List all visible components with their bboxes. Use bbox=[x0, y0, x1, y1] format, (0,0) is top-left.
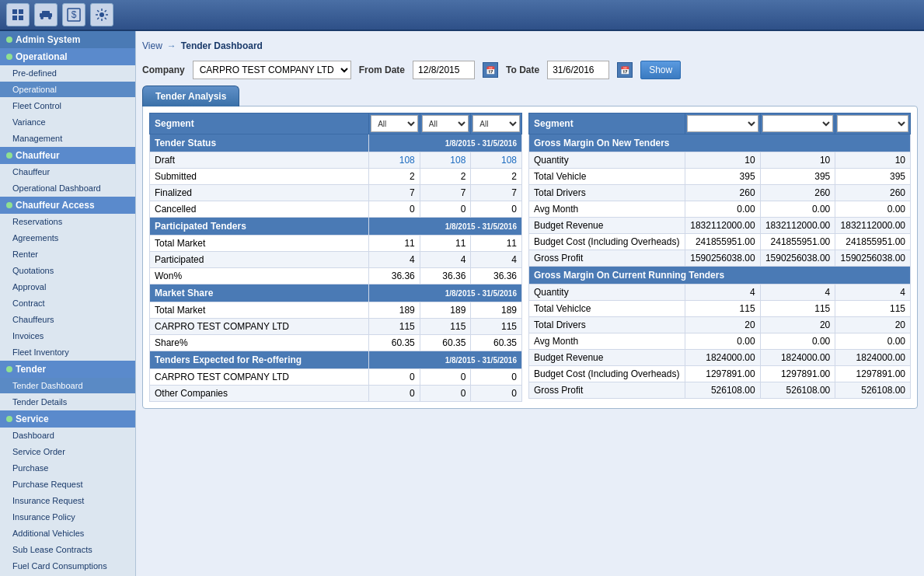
table-row: Quantity444 bbox=[529, 285, 911, 301]
tender-status-label: Tender Status bbox=[150, 134, 369, 152]
table-row: Quantity101010 bbox=[529, 152, 911, 169]
sidebar-item-quotations[interactable]: Quotations bbox=[0, 263, 135, 279]
seg-dropdown-1[interactable]: All bbox=[369, 113, 420, 134]
market-share-label: Market Share bbox=[150, 285, 369, 302]
market-share-header-row: Market Share 1/8/2015 - 31/5/2016 bbox=[150, 285, 522, 302]
sidebar-item-management[interactable]: Management bbox=[0, 131, 135, 147]
company-label: Company bbox=[142, 65, 185, 75]
sidebar-item-chauffeurs[interactable]: Chauffeurs bbox=[0, 312, 135, 328]
tender-status-header-row: Tender Status 1/8/2015 - 31/5/2016 bbox=[150, 134, 522, 152]
to-date-calendar-icon[interactable]: 📅 bbox=[617, 62, 633, 78]
sidebar-item-invoices[interactable]: Invoices bbox=[0, 328, 135, 344]
gross-margin-new-header: Gross Margin On New Tenders bbox=[529, 134, 911, 152]
to-date-label: To Date bbox=[506, 65, 539, 75]
table-row: Total Market189189189 bbox=[150, 302, 522, 319]
tab-bar: Tender Analysis bbox=[142, 86, 918, 106]
sidebar-item-contract[interactable]: Contract bbox=[0, 295, 135, 312]
home-icon[interactable] bbox=[6, 3, 30, 26]
sidebar-item-purchase-request[interactable]: Purchase Request bbox=[0, 477, 135, 493]
reoffering-label: Tenders Expected for Re-offering bbox=[150, 351, 369, 369]
top-bar: $ bbox=[0, 0, 924, 31]
breadcrumb-arrow: → bbox=[167, 40, 176, 51]
draft-v3: 108 bbox=[471, 152, 522, 169]
sidebar-item-operational-dashboard[interactable]: Operational Dashboard bbox=[0, 180, 135, 197]
seg-dropdown-3[interactable]: All bbox=[471, 113, 522, 134]
sidebar-item-predefined[interactable]: Pre-defined bbox=[0, 65, 135, 82]
main-panel: Segment All All All bbox=[142, 106, 918, 409]
left-table: Segment All All All bbox=[149, 113, 522, 402]
svg-rect-1 bbox=[19, 9, 23, 14]
sidebar-item-approval[interactable]: Approval bbox=[0, 279, 135, 295]
sidebar-item-tender-details[interactable]: Tender Details bbox=[0, 394, 135, 410]
table-row: Total Vehicle395395395 bbox=[529, 169, 911, 185]
right-table-container: Segment bbox=[528, 113, 911, 402]
left-table-container: Segment All All All bbox=[149, 113, 522, 402]
table-row: Avg Month0.000.000.00 bbox=[529, 333, 911, 350]
operational-section-header: Operational bbox=[0, 48, 135, 65]
breadcrumb-view: View bbox=[142, 40, 162, 51]
right-table: Segment bbox=[528, 113, 911, 399]
table-row: Budget Revenue1824000.001824000.00182400… bbox=[529, 350, 911, 366]
reoffering-header-row: Tenders Expected for Re-offering 1/8/201… bbox=[150, 351, 522, 369]
company-select[interactable]: CARPRO TEST COMPANY LTD bbox=[193, 61, 351, 79]
breadcrumb: View → Tender Dashboard bbox=[142, 37, 918, 58]
sidebar-item-variance[interactable]: Variance bbox=[0, 114, 135, 131]
table-row: Participated444 bbox=[150, 252, 522, 268]
sidebar-item-purchase[interactable]: Purchase bbox=[0, 460, 135, 477]
right-seg-dropdown-3[interactable] bbox=[835, 113, 911, 134]
sidebar-item-sub-lease-contracts[interactable]: Sub Lease Contracts bbox=[0, 542, 135, 558]
svg-rect-2 bbox=[12, 16, 17, 20]
finance-icon[interactable]: $ bbox=[62, 3, 85, 26]
svg-point-10 bbox=[99, 12, 104, 17]
table-row: Won%36.3636.3636.36 bbox=[150, 268, 522, 285]
sidebar-item-renter[interactable]: Renter bbox=[0, 246, 135, 263]
sidebar-item-agreements[interactable]: Agreements bbox=[0, 230, 135, 246]
table-row: Budget Cost (Including Overheads)1297891… bbox=[529, 366, 911, 382]
sidebar-item-fleet-control[interactable]: Fleet Control bbox=[0, 98, 135, 114]
table-row: CARPRO TEST COMPANY LTD000 bbox=[150, 369, 522, 386]
from-date-label: From Date bbox=[359, 65, 405, 75]
cancelled-label: Cancelled bbox=[150, 201, 369, 218]
admin-dot bbox=[6, 37, 12, 43]
show-button[interactable]: Show bbox=[640, 61, 681, 79]
settings-icon[interactable] bbox=[90, 3, 113, 26]
svg-rect-0 bbox=[12, 9, 17, 14]
right-seg-dropdown-2[interactable] bbox=[760, 113, 835, 134]
svg-rect-7 bbox=[42, 11, 50, 14]
svg-text:$: $ bbox=[71, 9, 77, 20]
gross-margin-current-header: Gross Margin On Current Running Tenders bbox=[529, 267, 911, 285]
sidebar-item-chauffeur[interactable]: Chauffeur bbox=[0, 164, 135, 180]
table-row: Avg Month0.000.000.00 bbox=[529, 201, 911, 218]
table-row: CARPRO TEST COMPANY LTD115115115 bbox=[150, 319, 522, 335]
from-date-calendar-icon[interactable]: 📅 bbox=[483, 62, 498, 78]
to-date-input[interactable] bbox=[547, 61, 609, 79]
table-row: Budget Revenue1832112000.001832112000.00… bbox=[529, 218, 911, 234]
sidebar-item-additional-vehicles[interactable]: Additional Vehicles bbox=[0, 525, 135, 542]
sidebar-item-fuel-card[interactable]: Fuel Card Consumptions bbox=[0, 558, 135, 574]
sidebar-item-reservations[interactable]: Reservations bbox=[0, 214, 135, 230]
table-row: Total Market111111 bbox=[150, 236, 522, 252]
table-row: Gross Profit1590256038.001590256038.0015… bbox=[529, 250, 911, 267]
sidebar-item-insurance-request[interactable]: Insurance Request bbox=[0, 493, 135, 509]
two-column-layout: Segment All All All bbox=[149, 113, 911, 402]
sidebar-item-service-order[interactable]: Service Order bbox=[0, 444, 135, 460]
fleet-icon[interactable] bbox=[34, 3, 58, 26]
table-row: Total Vehiclce115115115 bbox=[529, 301, 911, 317]
sidebar-item-insurance-policy[interactable]: Insurance Policy bbox=[0, 509, 135, 525]
finalized-label: Finalized bbox=[150, 185, 369, 201]
sidebar-item-operational[interactable]: Operational bbox=[0, 82, 135, 98]
content-area: View → Tender Dashboard Company CARPRO T… bbox=[136, 31, 924, 576]
right-seg-dropdown-1[interactable] bbox=[685, 113, 760, 134]
participated-label: Participated Tenders bbox=[150, 218, 369, 236]
table-row: Total Drivers202020 bbox=[529, 317, 911, 333]
sidebar-item-tender-dashboard[interactable]: Tender Dashboard bbox=[0, 378, 135, 394]
sidebar-item-fleet-inventory[interactable]: Fleet Inventory bbox=[0, 344, 135, 361]
seg-dropdown-2[interactable]: All bbox=[420, 113, 471, 134]
table-row: Budget Cost (Including Overheads)2418559… bbox=[529, 234, 911, 250]
tab-tender-analysis[interactable]: Tender Analysis bbox=[142, 86, 239, 106]
table-row: Cancelled 000 bbox=[150, 201, 522, 218]
from-date-input[interactable] bbox=[413, 61, 475, 79]
segment-header-left: Segment bbox=[150, 113, 369, 134]
service-section-header: Service bbox=[0, 410, 135, 428]
sidebar-item-service-dashboard[interactable]: Dashboard bbox=[0, 428, 135, 444]
